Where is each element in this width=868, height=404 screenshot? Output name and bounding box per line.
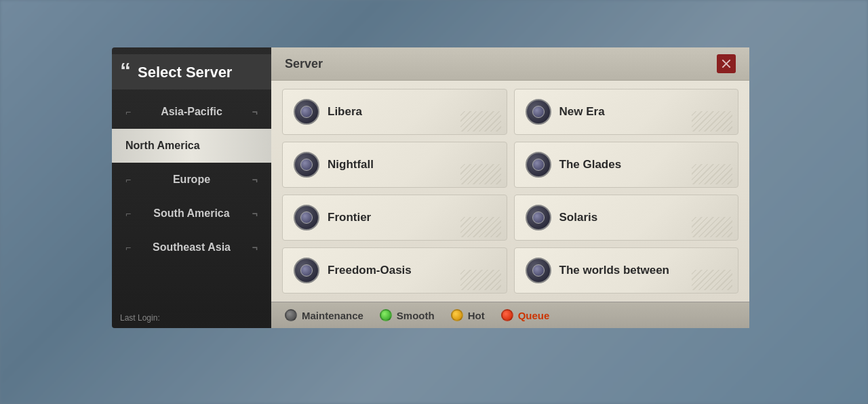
server-icon-libera bbox=[294, 99, 319, 125]
server-name-freedom-oasis: Freedom-Oasis bbox=[328, 264, 412, 277]
right-panel-header: Server bbox=[271, 47, 749, 81]
region-list: ⌐ Asia-Pacific ¬ North America ⌐ Europe … bbox=[112, 89, 271, 270]
status-item-maintenance: Maintenance bbox=[285, 309, 363, 321]
server-card-freedom-oasis[interactable]: Freedom-Oasis bbox=[282, 247, 507, 294]
server-name-libera: Libera bbox=[328, 105, 362, 119]
server-icon-frontier bbox=[294, 205, 319, 230]
maintenance-label: Maintenance bbox=[302, 310, 363, 321]
right-panel: Server Libera New Era Nightfall The Glad… bbox=[271, 47, 749, 328]
region-label-southeast-asia: Southeast Asia bbox=[153, 241, 231, 254]
smooth-dot bbox=[380, 309, 392, 321]
status-item-queue: Queue bbox=[501, 309, 550, 321]
server-card-solaris[interactable]: Solaris bbox=[514, 195, 739, 241]
status-item-smooth: Smooth bbox=[380, 309, 435, 321]
bracket-right-eu: ¬ bbox=[252, 174, 258, 185]
region-item-south-america[interactable]: ⌐ South America ¬ bbox=[112, 197, 271, 230]
server-name-solaris: Solaris bbox=[559, 211, 598, 224]
bracket-left-eu: ⌐ bbox=[125, 174, 131, 185]
queue-label: Queue bbox=[518, 310, 550, 321]
region-item-europe[interactable]: ⌐ Europe ¬ bbox=[112, 163, 271, 197]
region-label-north-america: North America bbox=[125, 140, 200, 152]
queue-dot bbox=[501, 309, 513, 321]
last-login: Last Login: bbox=[120, 313, 160, 323]
region-label-south-america: South America bbox=[153, 207, 229, 220]
server-icon-nightfall bbox=[294, 152, 319, 178]
bracket-right: ¬ bbox=[252, 106, 258, 117]
server-icon-freedom-oasis bbox=[294, 258, 319, 283]
server-card-libera[interactable]: Libera bbox=[282, 89, 507, 135]
region-item-asia-pacific[interactable]: ⌐ Asia-Pacific ¬ bbox=[112, 95, 271, 129]
region-label-europe: Europe bbox=[173, 174, 210, 186]
bracket-left: ⌐ bbox=[125, 106, 131, 117]
server-name-worlds-between: The worlds between bbox=[559, 264, 669, 277]
status-item-hot: Hot bbox=[451, 309, 485, 321]
server-name-nightfall: Nightfall bbox=[328, 158, 374, 171]
select-server-title: Select Server bbox=[123, 64, 260, 81]
server-grid: Libera New Era Nightfall The Glades Fron… bbox=[271, 81, 749, 302]
dialog-wrapper: Select Server ⌐ Asia-Pacific ¬ North Ame… bbox=[112, 47, 749, 328]
server-name-the-glades: The Glades bbox=[559, 158, 622, 171]
server-name-new-era: New Era bbox=[559, 105, 605, 119]
hot-dot bbox=[451, 309, 463, 321]
server-card-nightfall[interactable]: Nightfall bbox=[282, 142, 507, 188]
server-icon-worlds-between bbox=[526, 258, 551, 283]
bracket-right-sa: ¬ bbox=[252, 208, 258, 219]
bracket-left-sea: ⌐ bbox=[125, 242, 131, 253]
server-icon-the-glades bbox=[526, 152, 551, 178]
smooth-label: Smooth bbox=[397, 310, 435, 321]
server-card-frontier[interactable]: Frontier bbox=[282, 195, 507, 241]
bracket-left-sa: ⌐ bbox=[125, 208, 131, 219]
close-button[interactable] bbox=[717, 54, 736, 73]
server-name-frontier: Frontier bbox=[328, 211, 371, 224]
region-item-north-america[interactable]: North America bbox=[112, 129, 271, 163]
region-label-asia-pacific: Asia-Pacific bbox=[161, 106, 222, 118]
server-icon-solaris bbox=[526, 205, 551, 230]
server-card-new-era[interactable]: New Era bbox=[514, 89, 739, 135]
left-panel: Select Server ⌐ Asia-Pacific ¬ North Ame… bbox=[112, 47, 271, 328]
title-bar: Select Server bbox=[112, 54, 271, 89]
hot-label: Hot bbox=[468, 310, 485, 321]
bracket-right-sea: ¬ bbox=[252, 242, 258, 253]
maintenance-dot bbox=[285, 309, 297, 321]
region-item-southeast-asia[interactable]: ⌐ Southeast Asia ¬ bbox=[112, 230, 271, 264]
server-icon-new-era bbox=[526, 99, 551, 125]
server-card-the-glades[interactable]: The Glades bbox=[514, 142, 739, 188]
server-panel-title: Server bbox=[285, 57, 323, 71]
status-bar: Maintenance Smooth Hot Queue bbox=[271, 302, 749, 328]
server-card-worlds-between[interactable]: The worlds between bbox=[514, 247, 739, 294]
